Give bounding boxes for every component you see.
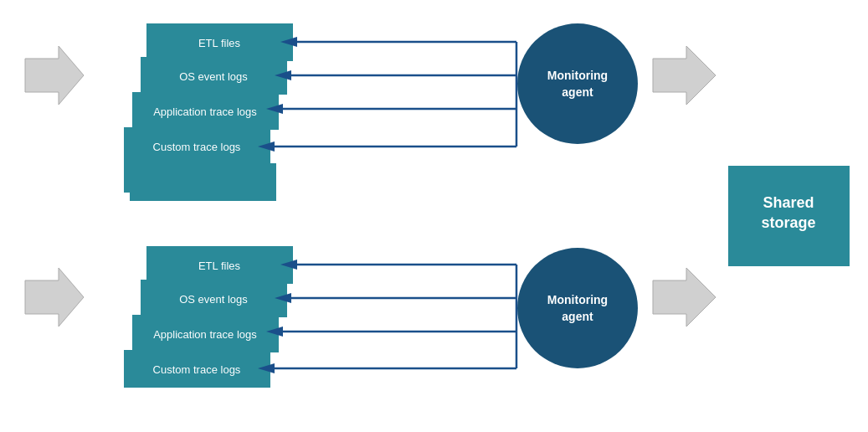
etl-box-1	[146, 23, 293, 61]
arrowhead-custom-1	[258, 141, 275, 152]
arrowhead-os-1	[275, 70, 291, 80]
shared-storage-box	[728, 166, 850, 266]
etl-box-2	[146, 246, 293, 284]
arrowhead-etl-2	[280, 260, 297, 270]
etl-label-1: ETL files	[198, 37, 241, 49]
custom-label-2: Custom trace logs	[153, 363, 241, 376]
os-box-1	[141, 57, 287, 95]
app-label-2: Application trace logs	[153, 328, 257, 341]
agent-label-2a: Monitoring	[547, 293, 608, 306]
os-label-2: OS event logs	[179, 293, 248, 306]
shared-storage-label-2: storage	[761, 214, 815, 231]
app-box-2	[132, 315, 279, 352]
input-arrow-top	[25, 46, 84, 105]
arrowhead-etl-1	[280, 37, 297, 47]
agent-label-1a: Monitoring	[547, 69, 608, 82]
app-label-1: Application trace logs	[153, 105, 257, 118]
log-stack-back-1	[130, 163, 276, 201]
input-arrow-bottom	[25, 268, 84, 327]
custom-box-2	[124, 350, 270, 388]
agent-circle-1	[517, 23, 638, 144]
os-label-1: OS event logs	[179, 70, 248, 83]
arrowhead-custom-2	[258, 363, 275, 373]
os-box-2	[141, 280, 287, 317]
arrowhead-os-2	[275, 293, 291, 303]
etl-label-2: ETL files	[198, 260, 241, 272]
arrowhead-app-1	[266, 104, 283, 114]
custom-label-1: Custom trace logs	[153, 141, 241, 153]
arrowhead-app-2	[266, 327, 283, 337]
agent-label-2b: agent	[562, 310, 593, 323]
agent-label-1b: agent	[562, 85, 593, 99]
connectors-svg: ETL files OS event logs Application trac…	[0, 0, 868, 432]
custom-box-1	[124, 127, 270, 165]
shared-storage-label-1: Shared	[763, 194, 814, 211]
diagram: ETL files OS event logs Application trac…	[0, 0, 868, 432]
output-arrow-bottom	[653, 268, 716, 327]
output-arrow-top	[653, 46, 716, 105]
agent-circle-2	[517, 248, 638, 368]
log-stack-mid1-1	[124, 155, 270, 193]
app-box-1	[132, 92, 279, 130]
